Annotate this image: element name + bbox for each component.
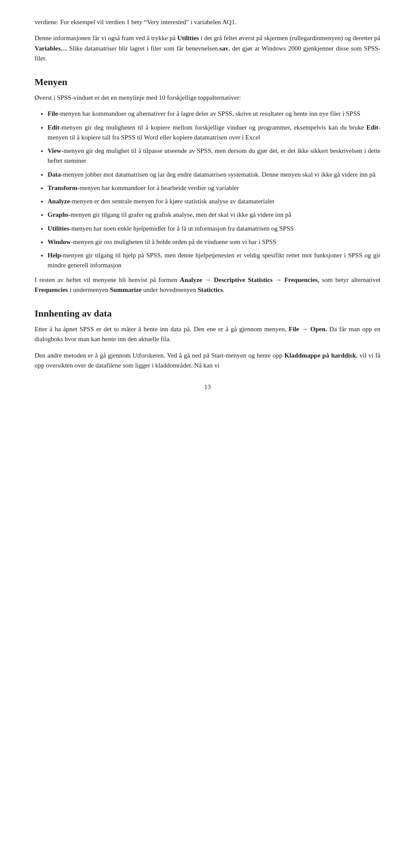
menyen-intro-text: Øverst i SPSS-vinduet er det en menylinj… — [35, 93, 380, 103]
text-p2: Denne informasjonen får vi også fram ved… — [35, 33, 380, 63]
menyen-bullet-list: File-menyen har kommandoer og alternativ… — [48, 109, 380, 270]
kladdmappe-bold: Kladdmappe på harddisk — [284, 352, 356, 359]
menyen-intro: Øverst i SPSS-vinduet er det en menylinj… — [35, 93, 380, 103]
file-open-bold: File → Open. — [289, 326, 327, 333]
intro-paragraph-2: Denne informasjonen får vi også fram ved… — [35, 33, 380, 63]
window-bold: Window — [48, 238, 71, 245]
frequencies-bold: Frequencies — [35, 286, 68, 293]
innhenting-paragraph-1: Etter å ha åpnet SPSS er det to måter å … — [35, 324, 380, 345]
list-item: View-menyen gir deg mulighet til å tilpa… — [48, 146, 380, 166]
innhenting-text-1: Etter å ha åpnet SPSS er det to måter å … — [35, 324, 380, 345]
list-item: Graphs-menyen gir tilgang til grafer og … — [48, 210, 380, 220]
help-bold: Help — [48, 252, 61, 259]
menyen-closing: I resten av heftet vil menyene bli henvi… — [35, 275, 380, 295]
list-item: Window-menyen gir oss muligheten til å h… — [48, 237, 380, 247]
sav-bold: sav — [220, 45, 229, 52]
utilities-bold: Utilities — [177, 35, 199, 41]
variables-bold: Variables… — [35, 45, 67, 52]
graphs-bold: Graphs — [48, 211, 68, 218]
list-item: Utilities-menyen har noen enkle hjelpemi… — [48, 224, 380, 234]
list-item: Transform-menyen har kommandoer for å be… — [48, 183, 380, 193]
innhenting-heading: Innhenting av data — [35, 308, 380, 319]
edit-bold: Edit — [48, 124, 60, 131]
list-item: Help-menyen gir tilgang til hjelp på SPS… — [48, 250, 380, 271]
transform-bold: Transform — [48, 184, 77, 191]
analyze-bold: Analyze — [48, 198, 70, 205]
file-bold: File — [48, 110, 58, 117]
innhenting-text-2: Den andre metoden er å gå gjennom Utfors… — [35, 351, 380, 371]
page: verdiene. For eksempel vil verdien 1 bet… — [0, 0, 415, 868]
summarize-bold: Summarize — [110, 286, 141, 293]
list-item: File-menyen har kommandoer og alternativ… — [48, 109, 380, 119]
edit-bold-2: Edit — [366, 124, 378, 131]
view-bold: View — [48, 147, 61, 154]
menyen-heading: Menyen — [35, 76, 380, 88]
utilities-bold-2: Utilities — [48, 225, 69, 232]
intro-paragraph-1: verdiene. For eksempel vil verdien 1 bet… — [35, 17, 380, 27]
list-item: Analyze-menyen er den sentrale menyen fo… — [48, 196, 380, 206]
menyen-closing-text: I resten av heftet vil menyene bli henvi… — [35, 275, 380, 295]
analyze-arrow-bold: Analyze → Descriptive Statistics → Frequ… — [180, 276, 319, 283]
statictics-bold: Statictics — [198, 286, 223, 293]
data-bold: Data — [48, 171, 61, 178]
page-number: 13 — [35, 383, 380, 391]
innhenting-paragraph-2: Den andre metoden er å gå gjennom Utfors… — [35, 351, 380, 371]
text-p1: verdiene. For eksempel vil verdien 1 bet… — [35, 17, 380, 27]
list-item: Edit-menyen gir deg muligheten til å kop… — [48, 123, 380, 143]
list-item: Data-menyen jobber mot datamatrisen og l… — [48, 170, 380, 180]
